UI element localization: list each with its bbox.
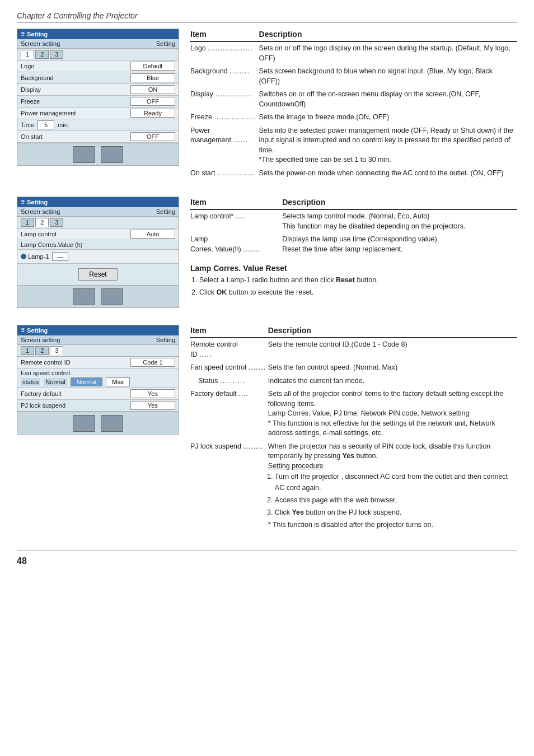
panel3-fan-max-btn[interactable]: Max bbox=[106, 377, 130, 386]
panel2-header: ⠿ Setting bbox=[17, 197, 179, 207]
panel1-header: ⠿ Setting bbox=[17, 29, 179, 39]
panel1-power-row: Power management Ready bbox=[17, 108, 179, 119]
desc3-factory-desc: Sets all of the projector control items … bbox=[268, 388, 517, 440]
panel1-time-value: 5 bbox=[38, 120, 54, 129]
panel3-fan-speed-inner: status Normal Normal Max bbox=[21, 377, 175, 386]
desc1-logo-item: Logo .................. bbox=[190, 41, 259, 65]
desc3-item-header: Item bbox=[190, 325, 268, 338]
panel3-fan-status-label: status bbox=[21, 378, 40, 386]
panel2-lamp-corres-header: Lamp Corres.Value (h) bbox=[17, 240, 179, 250]
setting-step-1: Turn off the projector , disconnect AC c… bbox=[275, 471, 515, 493]
panel1-img1 bbox=[73, 146, 95, 163]
setting-procedure-steps: Turn off the projector , disconnect AC c… bbox=[275, 471, 515, 530]
panel1-header-label: Setting bbox=[27, 31, 48, 38]
panel2-tab-1[interactable]: 1 bbox=[21, 218, 34, 227]
panel1-tab-3[interactable]: 3 bbox=[50, 50, 63, 59]
desc3-row-fanspeed: Fan speed control ....... Sets the fan c… bbox=[190, 361, 517, 375]
desc1-desc-header: Description bbox=[259, 29, 517, 41]
desc3-row-factory: Factory default .... Sets all of the pro… bbox=[190, 388, 517, 440]
panel1-onstart-row: On start OFF bbox=[17, 131, 179, 143]
panel1-logo-label: Logo bbox=[21, 63, 34, 69]
panel2-bottom bbox=[17, 285, 179, 307]
panel2-tabs: 1 2 3 bbox=[17, 217, 179, 228]
desc1-display-desc: Switches on or off the on-screen menu di… bbox=[259, 88, 517, 111]
desc2-lamp-corres-item: LampCorres. Value(h) ....... bbox=[190, 233, 282, 256]
desc3-status-item: Status .......... bbox=[190, 375, 268, 388]
desc3-row-pjlock: PJ lock suspend ........ When the projec… bbox=[190, 440, 517, 534]
panel2-img1 bbox=[73, 288, 95, 305]
desc1-power-desc: Sets into the selected power management … bbox=[259, 124, 517, 167]
panel3-pjlock-value: Yes bbox=[130, 401, 175, 410]
panel1-bottom bbox=[17, 143, 179, 165]
panel2-header-label: Setting bbox=[27, 199, 48, 206]
panel3-screen-setting: Screen setting bbox=[21, 337, 60, 343]
setting-step-4: * This function is disabled after the pr… bbox=[268, 519, 515, 530]
panel3-tab-1[interactable]: 1 bbox=[21, 346, 34, 355]
panel1-subheader: Screen setting Setting bbox=[17, 39, 179, 49]
panel3-tab-3[interactable]: 3 bbox=[50, 346, 63, 355]
panel3-setting-label: Setting bbox=[156, 337, 175, 343]
desc-table-2: Item Description Lamp control* .... Sele… bbox=[190, 197, 517, 256]
desc3-desc-header: Description bbox=[268, 325, 517, 338]
panel1-onstart-value: OFF bbox=[130, 132, 175, 141]
panel1-time-unit: min. bbox=[58, 122, 69, 128]
panel1-display-row: Display ON bbox=[17, 84, 179, 96]
panel3-fan-normal-btn[interactable]: Normal bbox=[71, 377, 102, 386]
panel1-tabs: 1 2 3 bbox=[17, 49, 179, 60]
panel1-power-value: Ready bbox=[130, 109, 175, 118]
panel1-onstart-label: On start bbox=[21, 133, 43, 140]
panel1-icon: ⠿ bbox=[21, 31, 25, 38]
panel1-display-value: ON bbox=[130, 85, 175, 94]
panel2-radio-dot bbox=[21, 254, 26, 259]
desc2-row-lamp-control: Lamp control* .... Selects lamp control … bbox=[190, 209, 517, 233]
panel1-logo-row: Logo Default bbox=[17, 60, 179, 72]
panel1-background-label: Background bbox=[21, 74, 54, 81]
panel1-setting-label: Setting bbox=[156, 40, 175, 47]
desc2-lamp-control-item: Lamp control* .... bbox=[190, 209, 282, 233]
panel2-reset-button[interactable]: Reset bbox=[78, 268, 117, 281]
desc3-remote-desc: Sets the remote control ID.(Code 1 - Cod… bbox=[268, 338, 517, 361]
panel1-freeze-label: Freeze bbox=[21, 98, 40, 105]
panel1-screen-setting: Screen setting bbox=[21, 40, 60, 47]
desc1-row-power: Powermanagement ...... Sets into the sel… bbox=[190, 124, 517, 167]
section3-row: ⠿ Setting Screen setting Setting 1 2 3 R… bbox=[17, 325, 517, 533]
setting-step-2: Access this page with the web browser, bbox=[275, 494, 515, 506]
panel2-tab-2[interactable]: 2 bbox=[35, 218, 49, 227]
desc1-freeze-item: Freeze ................. bbox=[190, 111, 259, 124]
lamp-corres-reset-section: Lamp Corres. Value Reset Select a Lamp-1… bbox=[190, 264, 517, 298]
panel3-factory-label: Factory default bbox=[21, 390, 62, 397]
panel2-lamp1-radio[interactable]: Lamp-1 bbox=[21, 253, 49, 260]
chapter-title: Chapter 4 Controlling the Projector bbox=[17, 11, 517, 23]
panel2-reset-btn-row: Reset bbox=[17, 264, 179, 285]
desc1-row-freeze: Freeze ................. Sets the image … bbox=[190, 111, 517, 124]
reset-bold: Reset bbox=[336, 276, 355, 284]
desc2-lamp-corres-desc: Displays the lamp use time (Correspondin… bbox=[282, 233, 517, 256]
panel3-tab-2[interactable]: 2 bbox=[35, 346, 49, 355]
yes-bold-1: Yes bbox=[343, 452, 355, 460]
desc3-pjlock-desc: When the projector has a security of PIN… bbox=[268, 440, 517, 534]
footer: 48 bbox=[17, 550, 517, 566]
panel1-tab-1[interactable]: 1 bbox=[21, 50, 34, 59]
panel1-freeze-value: OFF bbox=[130, 97, 175, 106]
panel3-tabs: 1 2 3 bbox=[17, 345, 179, 357]
section1-row: ⠿ Setting Screen setting Setting 1 2 3 L… bbox=[17, 29, 517, 180]
panel2-lamp-control-label: Lamp control bbox=[21, 231, 57, 237]
desc3-remote-item: Remote controlID ..... bbox=[190, 338, 268, 361]
setting-step-3: Click Yes button on the PJ lock suspend. bbox=[275, 507, 515, 518]
desc3-row-status: Status .......... Indicates the current … bbox=[190, 375, 517, 388]
panel3-fan-speed-label: Fan speed control bbox=[21, 370, 175, 376]
desc1-row-display: Display ............... Switches on or o… bbox=[190, 88, 517, 111]
desc2-desc-header: Description bbox=[282, 197, 517, 209]
lamp-step-2: Click OK button to execute the reset. bbox=[199, 287, 517, 298]
panel1-tab-2[interactable]: 2 bbox=[35, 50, 49, 59]
panel3-pjlock-label: PJ lock suspend bbox=[21, 402, 65, 409]
desc1-row-logo: Logo .................. Sets on or off t… bbox=[190, 41, 517, 65]
panel2-subheader: Screen setting Setting bbox=[17, 207, 179, 217]
panel3-factory-row: Factory default Yes bbox=[17, 388, 179, 400]
panel1-display-label: Display bbox=[21, 86, 41, 93]
panel2-tab-3[interactable]: 3 bbox=[50, 218, 63, 227]
lamp-corres-reset-steps: Select a Lamp-1 radio button and then cl… bbox=[199, 274, 517, 298]
lamp-step-1: Select a Lamp-1 radio button and then cl… bbox=[199, 274, 517, 286]
desc2-lamp-control-desc: Selects lamp control mode. (Normal, Eco,… bbox=[282, 209, 517, 233]
panel3-pjlock-row: PJ lock suspend Yes bbox=[17, 400, 179, 412]
